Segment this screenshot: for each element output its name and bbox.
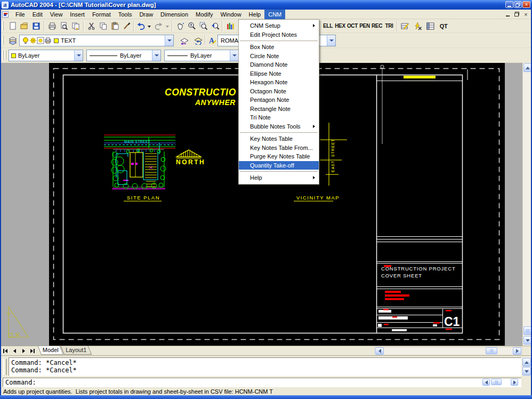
horizontal-scrollbar[interactable]: [374, 347, 522, 355]
linetype-combo-dropdown[interactable]: [152, 50, 160, 61]
cnm-keynotes-table-button[interactable]: [424, 20, 437, 32]
menu-item-bubble-notes-tools[interactable]: Bubble Notes Tools: [239, 122, 319, 131]
layer-manager-button[interactable]: [6, 35, 19, 46]
tab-layout1[interactable]: Layout1: [61, 346, 92, 355]
color-combo-dropdown[interactable]: [74, 50, 83, 61]
menu-item-box-note[interactable]: Box Note: [239, 43, 319, 52]
undo-button[interactable]: [135, 20, 146, 32]
cnm-pen-note-button[interactable]: PEN: [359, 21, 370, 31]
menu-item-edit-project-notes[interactable]: Edit Project Notes: [239, 30, 319, 39]
command-scroll-down-button[interactable]: [522, 367, 531, 376]
menu-item-key-notes-table-from[interactable]: Key Notes Table From...: [239, 143, 319, 153]
status-message: Adds up project quantities. Lists projec…: [3, 388, 273, 395]
lineweight-combo-dropdown[interactable]: [230, 50, 238, 61]
save-button[interactable]: [30, 20, 43, 32]
lineweight-control-combo[interactable]: ByLayer: [164, 50, 239, 61]
cut-button[interactable]: [85, 20, 98, 32]
undo-dropdown[interactable]: [146, 20, 152, 32]
copy-button[interactable]: [97, 20, 110, 32]
properties-button[interactable]: [224, 20, 237, 32]
menu-tools[interactable]: Tools: [115, 10, 136, 19]
zoom-window-button[interactable]: [197, 20, 210, 32]
match-properties-button[interactable]: [120, 20, 133, 32]
command-window-grip[interactable]: [3, 359, 7, 375]
layer-combo-dropdown[interactable]: [165, 35, 173, 46]
menu-cnm[interactable]: CNM: [264, 10, 285, 19]
menu-modify[interactable]: Modify: [192, 10, 216, 19]
menu-view[interactable]: View: [46, 10, 67, 19]
menu-edit[interactable]: Edit: [29, 10, 46, 19]
mdi-close-button[interactable]: ×: [522, 11, 530, 18]
toolbar-grip[interactable]: [2, 50, 4, 60]
pan-button[interactable]: [174, 20, 187, 32]
tab-first-button[interactable]: [1, 347, 10, 355]
close-button[interactable]: ×: [522, 1, 530, 8]
plot-button[interactable]: [46, 20, 59, 32]
menu-item-rectangle-note[interactable]: Rectangle Note: [239, 105, 319, 114]
command-history[interactable]: Command: *Cancel* Command: *Cancel*: [9, 357, 521, 376]
command-scroll-up-button[interactable]: [522, 358, 531, 366]
menu-dimension[interactable]: Dimension: [157, 10, 192, 19]
cnm-rec-note-button[interactable]: REC: [371, 21, 383, 31]
menu-item-pentagon-note[interactable]: Pentagon Note: [239, 95, 319, 105]
menu-item-key-notes-table[interactable]: Key Notes Table: [239, 134, 319, 143]
text-style-combo-dropdown[interactable]: [327, 35, 335, 46]
menu-item-purge-key-notes-table[interactable]: Purge Key Notes Table: [239, 152, 319, 161]
menu-item-circle-note[interactable]: Circle Note: [239, 52, 319, 61]
publish-button[interactable]: [69, 20, 82, 32]
layer-combo[interactable]: TEXT: [19, 35, 174, 46]
mdi-restore-button[interactable]: [513, 11, 521, 18]
menu-item-cnm-setup[interactable]: CNM Setup: [239, 21, 319, 30]
command-scroll-thumb[interactable]: [491, 379, 502, 385]
tab-model[interactable]: Model: [38, 346, 63, 355]
tab-last-button[interactable]: [28, 347, 37, 355]
plot-preview-button[interactable]: [58, 20, 70, 32]
zoom-realtime-button[interactable]: [186, 20, 198, 32]
color-control-combo[interactable]: ByLayer: [9, 50, 83, 61]
menu-format[interactable]: Format: [88, 10, 115, 19]
minimize-button[interactable]: [505, 1, 513, 8]
tab-previous-button[interactable]: [10, 347, 19, 355]
restore-button[interactable]: [514, 1, 522, 8]
cnm-purge-button[interactable]: [412, 20, 424, 32]
menu-item-ellipse-note[interactable]: Ellipse Note: [239, 69, 319, 78]
menu-item-tri-note[interactable]: Tri Note: [239, 113, 319, 122]
tab-next-button[interactable]: [19, 347, 28, 355]
text-style-button[interactable]: A: [207, 35, 217, 46]
command-scroll-left-button[interactable]: [482, 379, 490, 386]
cnm-quantity-takeoff-button[interactable]: QT: [437, 21, 450, 31]
menu-item-quantity-take-off[interactable]: Quantity Take-off: [239, 161, 319, 170]
menu-window[interactable]: Window: [216, 10, 245, 19]
cnm-oct-note-button[interactable]: OCT: [346, 21, 358, 31]
scroll-left-button[interactable]: [375, 347, 384, 355]
toolbar-grip[interactable]: [2, 35, 4, 45]
command-input[interactable]: Command:: [3, 378, 521, 387]
new-button[interactable]: [6, 20, 19, 32]
redo-button[interactable]: [154, 20, 164, 32]
toolbar-grip[interactable]: [2, 21, 4, 31]
menu-insert[interactable]: Insert: [66, 10, 88, 19]
redo-dropdown[interactable]: [164, 20, 170, 32]
command-scroll-right-button[interactable]: [511, 379, 518, 386]
scroll-right-button[interactable]: [513, 347, 521, 355]
cnm-hex-note-button[interactable]: HEX: [334, 21, 346, 31]
menu-item-help[interactable]: Help: [239, 173, 319, 182]
menu-item-octagon-note[interactable]: Octagon Note: [239, 87, 319, 96]
paste-button[interactable]: [109, 20, 122, 32]
menu-item-hexagon-note[interactable]: Hexagon Note: [239, 78, 319, 87]
cnm-edit-notes-button[interactable]: [399, 20, 412, 32]
mdi-minimize-button[interactable]: [504, 11, 512, 18]
cnm-ell-note-button[interactable]: ELL: [322, 21, 334, 31]
toolbar-grip[interactable]: [5, 50, 6, 60]
cnm-tri-note-button[interactable]: TRI: [383, 21, 395, 31]
menu-help[interactable]: Help: [245, 10, 265, 19]
horizontal-scroll-thumb[interactable]: [486, 347, 497, 354]
menu-file[interactable]: File: [12, 10, 29, 19]
linetype-control-combo[interactable]: ByLayer: [86, 50, 161, 61]
layer-states-button[interactable]: [192, 35, 205, 46]
menu-item-diamond-note[interactable]: Diamond Note: [239, 60, 319, 69]
zoom-previous-button[interactable]: [209, 20, 222, 32]
menu-draw[interactable]: Draw: [135, 10, 157, 19]
layer-previous-button[interactable]: [178, 35, 191, 46]
open-button[interactable]: [18, 20, 31, 32]
